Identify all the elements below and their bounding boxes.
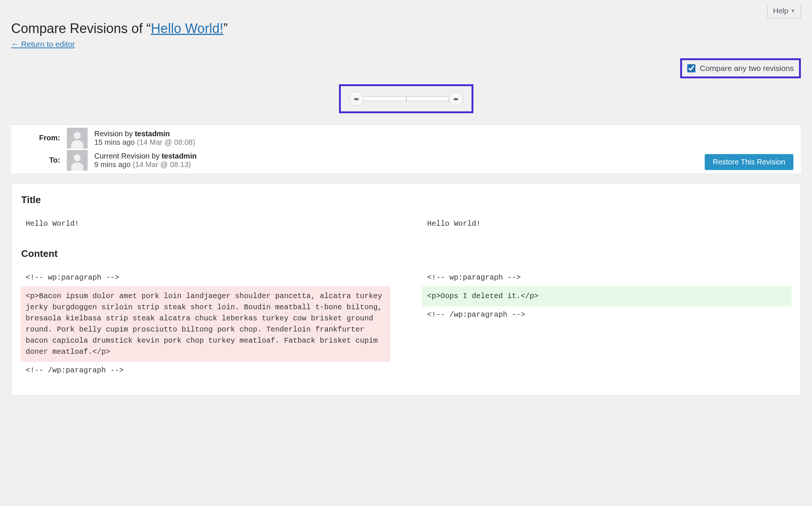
revision-to-row: To: Current Revision by testadmin 9 mins… xyxy=(19,150,801,171)
from-author: testadmin xyxy=(135,130,170,138)
return-to-editor-link[interactable]: ← Return to editor xyxy=(11,40,75,48)
diff-title-right: Hello World! xyxy=(422,215,792,232)
chevron-down-icon: ▼ xyxy=(790,8,795,14)
user-icon xyxy=(69,153,85,171)
avatar xyxy=(67,150,88,171)
to-timestamp: 9 mins ago (14 Mar @ 08:13) xyxy=(94,160,197,169)
avatar xyxy=(67,128,88,148)
help-tab-label: Help xyxy=(773,7,788,15)
diff-body-left: <p>Bacon ipsum dolor amet pork loin land… xyxy=(20,286,390,362)
compare-two-revisions-toggle[interactable]: Compare any two revisions xyxy=(680,58,801,78)
page-title-prefix: Compare Revisions of “ xyxy=(11,21,151,36)
page-title: Compare Revisions of “Hello World!” xyxy=(11,20,801,37)
revision-from-row: From: Revision by testadmin 15 mins ago … xyxy=(19,128,801,148)
slider-tick xyxy=(406,96,407,101)
help-tab[interactable]: Help ▼ xyxy=(767,4,801,19)
diff-close-left: <!-- /wp:paragraph --> xyxy=(20,362,390,379)
user-icon xyxy=(69,131,85,148)
diff-title-left: Hello World! xyxy=(20,215,390,232)
from-revision-by: Revision by testadmin xyxy=(94,130,195,138)
revision-meta-panel: From: Revision by testadmin 15 mins ago … xyxy=(11,124,801,174)
compare-two-revisions-checkbox[interactable] xyxy=(687,64,695,72)
restore-revision-button[interactable]: Restore This Revision xyxy=(705,154,793,170)
to-label: To: xyxy=(19,156,60,164)
diff-open-left: <!-- wp:paragraph --> xyxy=(20,269,390,286)
diff-close-right: <!-- /wp:paragraph --> xyxy=(422,306,792,323)
compare-two-revisions-label: Compare any two revisions xyxy=(700,64,794,73)
to-author: testadmin xyxy=(162,152,196,160)
diff-content-heading: Content xyxy=(21,248,791,259)
diff-body-right: <p>Oops I deleted it.</p> xyxy=(422,286,792,306)
arrows-horizontal-icon: ◂▸ xyxy=(453,95,459,102)
post-title-link[interactable]: Hello World! xyxy=(151,21,223,36)
revision-slider[interactable]: ◂▸ ◂▸ xyxy=(339,84,473,113)
diff-title-heading: Title xyxy=(21,194,791,206)
diff-panel: Title Hello World! Hello World! Content … xyxy=(11,184,801,396)
slider-track[interactable] xyxy=(363,97,449,101)
arrows-horizontal-icon: ◂▸ xyxy=(353,95,359,102)
slider-handle-from[interactable]: ◂▸ xyxy=(349,91,364,106)
from-timestamp: 15 mins ago (14 Mar @ 08:08) xyxy=(94,138,195,147)
slider-handle-to[interactable]: ◂▸ xyxy=(449,91,463,106)
from-label: From: xyxy=(19,134,60,142)
diff-open-right: <!-- wp:paragraph --> xyxy=(422,269,792,286)
page-title-suffix: ” xyxy=(224,21,228,36)
to-revision-by: Current Revision by testadmin xyxy=(94,152,197,160)
